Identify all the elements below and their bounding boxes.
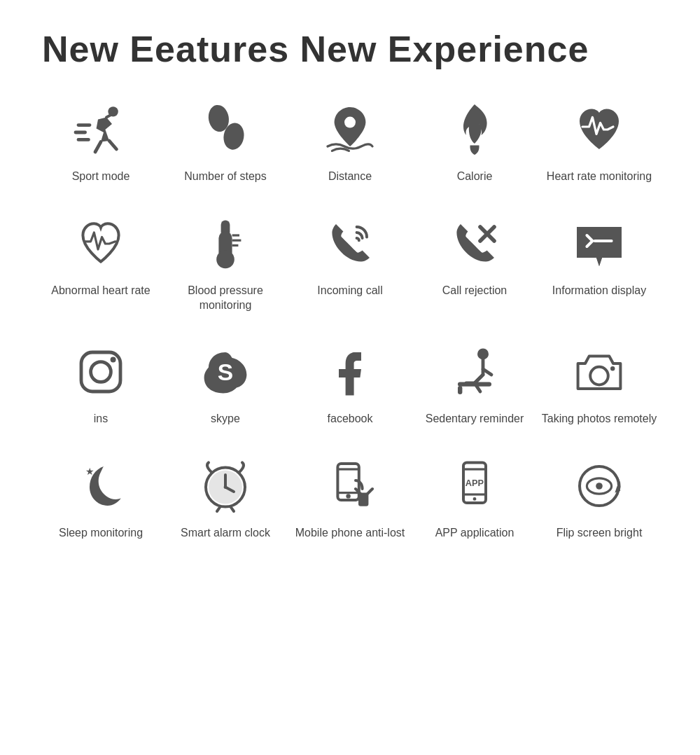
skype-icon: S [194, 340, 257, 403]
feature-alarm: Smart alarm clock [167, 455, 284, 541]
call-rejection-icon [443, 212, 506, 275]
sport-mode-icon [69, 98, 132, 161]
sedentary-icon [443, 340, 506, 403]
feature-incoming-call: Incoming call [291, 212, 409, 313]
svg-point-17 [91, 362, 111, 382]
abnormal-heart-icon [69, 212, 132, 275]
svg-rect-37 [358, 493, 368, 506]
page-title: New Eeatures New Experience [42, 28, 658, 70]
features-grid: Sport mode Number of steps Distance Calo… [42, 98, 658, 541]
info-display-icon [568, 212, 631, 275]
heart-rate-icon [568, 98, 631, 161]
svg-text:S: S [218, 359, 233, 385]
incoming-call-label: Incoming call [317, 284, 382, 298]
svg-text:★: ★ [85, 466, 94, 477]
svg-point-9 [216, 250, 234, 268]
blood-pressure-label: Blood pressure monitoring [167, 284, 284, 313]
heart-rate-label: Heart rate monitoring [547, 169, 652, 184]
steps-icon [194, 98, 257, 161]
photo-label: Taking photos remotely [542, 412, 657, 427]
svg-point-45 [596, 483, 603, 490]
steps-label: Number of steps [184, 169, 266, 184]
feature-skype: S skype [167, 340, 284, 427]
feature-blood-pressure: Blood pressure monitoring [167, 212, 284, 313]
blood-pressure-icon [194, 212, 257, 275]
feature-heart-rate: Heart rate monitoring [540, 98, 658, 184]
app-icon: APP [443, 455, 506, 518]
svg-point-6 [344, 117, 356, 128]
ins-label: ins [94, 412, 108, 427]
svg-point-23 [590, 367, 608, 385]
feature-calorie: Calorie [416, 98, 533, 184]
svg-rect-21 [458, 382, 491, 387]
feature-facebook: facebook [291, 340, 409, 427]
app-label: APP application [435, 526, 514, 541]
feature-steps: Number of steps [167, 98, 284, 184]
svg-point-18 [111, 357, 116, 363]
feature-sleep: ★ Sleep monitoring [42, 455, 160, 541]
svg-line-31 [231, 508, 234, 512]
abnormal-heart-label: Abnormal heart rate [51, 284, 150, 298]
alarm-label: Smart alarm clock [181, 526, 270, 541]
sedentary-label: Sedentary reminder [426, 412, 524, 427]
info-display-label: Information display [552, 284, 646, 298]
alarm-icon [194, 455, 257, 518]
feature-call-rejection: Call rejection [416, 212, 533, 313]
feature-flip-screen: Flip screen bright [540, 455, 658, 541]
svg-line-30 [217, 508, 220, 512]
feature-sport-mode: Sport mode [42, 98, 160, 184]
svg-point-24 [610, 366, 615, 370]
feature-app: APP APP application [416, 455, 533, 541]
feature-abnormal-heart: Abnormal heart rate [42, 212, 160, 313]
flip-screen-icon [568, 455, 631, 518]
calorie-icon [443, 98, 506, 161]
feature-ins: ins [42, 340, 160, 427]
feature-sedentary: Sedentary reminder [416, 340, 533, 427]
svg-point-36 [346, 494, 350, 498]
distance-icon [318, 98, 382, 161]
feature-info-display: Information display [540, 212, 658, 313]
incoming-call-icon [318, 212, 382, 275]
flip-screen-label: Flip screen bright [556, 526, 643, 541]
feature-photo: Taking photos remotely [540, 340, 658, 427]
calorie-label: Calorie [457, 169, 493, 184]
photo-icon [568, 340, 631, 403]
skype-label: skype [211, 412, 240, 427]
svg-text:APP: APP [465, 478, 484, 488]
svg-point-32 [224, 485, 227, 489]
facebook-label: facebook [328, 412, 373, 427]
antilost-label: Mobile phone anti-lost [295, 526, 405, 541]
ins-icon [69, 340, 132, 403]
distance-label: Distance [328, 169, 372, 184]
svg-point-41 [473, 497, 477, 501]
facebook-icon [318, 340, 382, 403]
svg-rect-22 [458, 386, 462, 394]
feature-distance: Distance [291, 98, 409, 184]
antilost-icon [318, 455, 382, 518]
sleep-icon: ★ [69, 455, 132, 518]
sport-mode-label: Sport mode [72, 169, 130, 184]
call-rejection-label: Call rejection [442, 284, 507, 298]
feature-antilost: Mobile phone anti-lost [291, 455, 409, 541]
sleep-label: Sleep monitoring [59, 526, 143, 541]
